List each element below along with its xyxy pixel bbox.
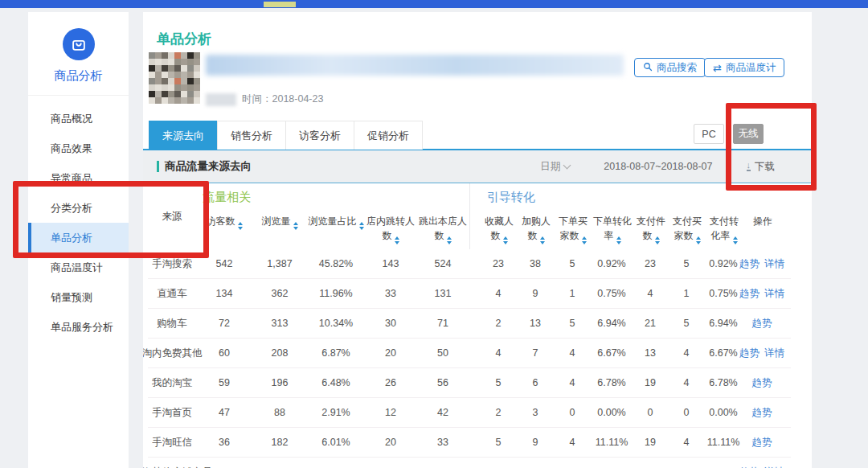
sort-icon[interactable]: [503, 236, 508, 244]
conversion-metrics-group: 引导转化 收藏人数加购人数下单买家数下单转化率支付件数支付买家数支付转化率操作: [469, 183, 783, 249]
value-cell: 131: [416, 288, 469, 299]
value-cell: 0.92%: [705, 258, 742, 269]
sidebar: 商品分析 商品概况商品效果异常商品分类分析单品分析商品温度计销量预测单品服务分析: [28, 12, 129, 468]
value-cell: 3: [517, 407, 554, 418]
table-row: 淘内免费其他602086.87%20504746.67%1346.67%趋势详情: [148, 339, 791, 368]
sort-icon[interactable]: [293, 222, 298, 230]
product-search-button[interactable]: 商品搜索: [634, 58, 706, 77]
source-column-header: 来源: [148, 183, 196, 249]
value-cell: 6.67%: [591, 347, 633, 359]
blurred-product-name: [206, 55, 624, 76]
action-link[interactable]: 详情: [764, 287, 784, 301]
value-cell: 542: [196, 258, 252, 269]
table-row: 手淘旺信361826.01%203359411.11%19411.11%趋势: [148, 428, 791, 458]
tab[interactable]: 访客分析: [285, 121, 354, 150]
sort-icon[interactable]: [447, 236, 452, 244]
top-bar-accent-segment: [264, 2, 296, 7]
action-link[interactable]: 详情: [764, 257, 784, 271]
value-cell: 2: [480, 407, 517, 418]
value-cell: 60: [196, 347, 252, 359]
action-link[interactable]: 趋势: [752, 376, 772, 390]
column-header: 浏览量占比: [307, 214, 365, 244]
sort-icon[interactable]: [582, 236, 587, 244]
sidebar-item[interactable]: 异常商品: [28, 163, 129, 193]
table-row: 手淘其他店铺商品24882.91%8232000.00%000.00%趋势详情: [148, 458, 791, 468]
value-cell: 4: [633, 288, 668, 299]
sort-icon[interactable]: [696, 236, 701, 244]
sidebar-item[interactable]: 销量预测: [28, 282, 129, 312]
action-link[interactable]: 趋势: [739, 466, 760, 468]
action-link[interactable]: 趋势: [739, 257, 760, 271]
value-cell: 30: [365, 318, 416, 329]
value-cell: 4: [668, 347, 705, 359]
value-cell: 11.96%: [307, 288, 365, 299]
value-cell: 21: [633, 318, 668, 329]
swap-icon: ⇄: [713, 63, 722, 73]
sort-icon[interactable]: [655, 236, 660, 244]
blurred-product-image: [149, 52, 200, 104]
chevron-down-icon: [563, 162, 571, 170]
sort-icon[interactable]: [616, 236, 621, 244]
value-cell: 23: [480, 258, 517, 269]
sidebar-item[interactable]: 单品分析: [28, 223, 129, 252]
value-cell: 20: [365, 437, 416, 448]
value-cell: 5: [668, 318, 705, 329]
sort-icon[interactable]: [238, 222, 243, 230]
value-cell: 6.67%: [705, 347, 742, 359]
action-link[interactable]: 详情: [764, 347, 784, 360]
value-cell: 4: [480, 347, 517, 359]
tab[interactable]: 促销分析: [354, 121, 423, 150]
value-cell: 50: [416, 347, 469, 359]
action-link[interactable]: 趋势: [739, 347, 760, 360]
download-button[interactable]: ↓ 下载: [747, 160, 776, 174]
value-cell: 0.75%: [705, 288, 742, 299]
actions-cell: 趋势: [742, 436, 782, 450]
sidebar-item[interactable]: 商品概况: [28, 104, 129, 133]
value-cell: 1,387: [252, 258, 307, 269]
sort-icon[interactable]: [359, 222, 364, 230]
sidebar-item[interactable]: 单品服务分析: [28, 312, 129, 342]
action-link[interactable]: 趋势: [752, 406, 772, 420]
action-link[interactable]: 趋势: [752, 436, 772, 450]
table-row: 手淘首页47882.91%12422300.00%000.00%趋势: [148, 398, 791, 428]
device-toggle-option[interactable]: 无线: [733, 124, 764, 144]
column-header: 下单买家数: [555, 214, 592, 244]
value-cell: 524: [416, 258, 469, 269]
value-cell: 11.11%: [705, 437, 742, 448]
value-cell: 38: [517, 258, 554, 269]
column-header: 店内跳转人数: [365, 214, 416, 244]
sidebar-item[interactable]: 商品温度计: [28, 252, 129, 282]
value-cell: 4: [480, 288, 517, 299]
action-link[interactable]: 详情: [764, 466, 784, 468]
value-cell: 9: [517, 288, 554, 299]
tab[interactable]: 来源去向: [149, 121, 218, 150]
source-cell: 淘内免费其他: [148, 347, 196, 360]
action-link[interactable]: 趋势: [752, 317, 772, 330]
value-cell: 33: [416, 437, 469, 448]
value-cell: 23: [633, 258, 668, 269]
column-header: 加购人数: [518, 214, 555, 244]
value-cell: 33: [365, 288, 416, 299]
value-cell: 4: [554, 347, 591, 359]
action-link[interactable]: 趋势: [739, 287, 760, 301]
sidebar-item[interactable]: 分类分析: [28, 193, 129, 223]
tab[interactable]: 销售分析: [217, 121, 286, 150]
sort-icon[interactable]: [733, 236, 738, 244]
device-toggle-option[interactable]: PC: [694, 124, 724, 144]
value-cell: 5: [480, 377, 517, 388]
conversion-group-label: 引导转化: [470, 190, 783, 205]
value-cell: 6.78%: [705, 377, 742, 388]
section-controls: 日期 2018-08-07~2018-08-07 ↓ 下载: [540, 160, 775, 174]
table-body: 手淘搜索5421,38745.82%143524233850.92%2350.9…: [148, 249, 791, 468]
value-cell: 0.00%: [591, 407, 633, 418]
product-thermometer-button[interactable]: ⇄ 商品温度计: [704, 58, 784, 77]
sort-icon[interactable]: [395, 236, 399, 244]
column-header: 浏览量: [252, 214, 307, 244]
value-cell: 6.48%: [307, 377, 365, 388]
date-filter-dropdown[interactable]: 日期: [540, 160, 570, 174]
download-icon: ↓: [747, 162, 751, 171]
sidebar-item[interactable]: 商品效果: [28, 133, 129, 163]
flow-metrics-group: 流量相关 访客数浏览量浏览量占比店内跳转人数跳出本店人数: [196, 183, 469, 249]
sort-icon[interactable]: [540, 236, 545, 244]
source-cell: 手淘旺信: [148, 436, 196, 450]
